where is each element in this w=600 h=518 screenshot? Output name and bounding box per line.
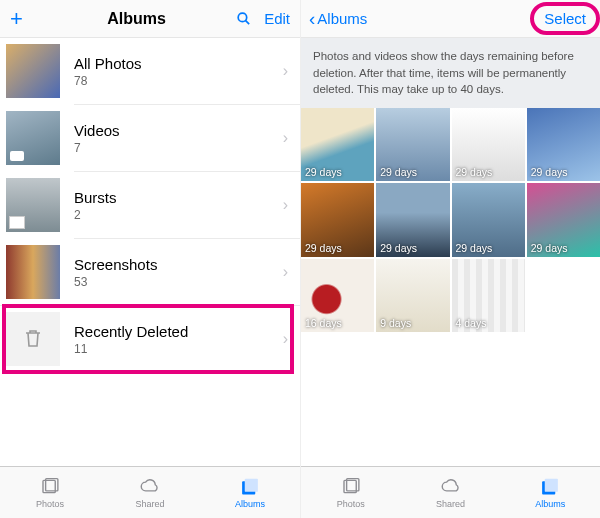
album-recently-deleted[interactable]: Recently Deleted 11 ›	[0, 306, 300, 372]
tab-label: Shared	[135, 499, 164, 509]
photo-cell[interactable]: 29 days	[301, 183, 374, 256]
album-thumb	[6, 245, 60, 299]
days-remaining: 29 days	[531, 242, 568, 254]
tab-label: Albums	[235, 499, 265, 509]
deletion-info: Photos and videos show the days remainin…	[301, 38, 600, 108]
days-remaining: 16 days	[305, 317, 342, 329]
album-name: Videos	[74, 122, 283, 139]
photo-cell[interactable]: 29 days	[376, 108, 449, 181]
tab-albums[interactable]: Albums	[200, 467, 300, 518]
photo-cell[interactable]: 29 days	[376, 183, 449, 256]
tab-bar: Photos Shared Albums	[301, 466, 600, 518]
album-screenshots[interactable]: Screenshots 53 ›	[0, 239, 300, 305]
tab-label: Photos	[337, 499, 365, 509]
tab-bar: Photos Shared Albums	[0, 466, 300, 518]
svg-rect-9	[545, 479, 558, 492]
album-count: 2	[74, 208, 283, 222]
album-all-photos[interactable]: All Photos 78 ›	[0, 38, 300, 104]
days-remaining: 29 days	[456, 166, 493, 178]
svg-rect-5	[245, 479, 258, 492]
svg-line-1	[246, 21, 250, 25]
days-remaining: 29 days	[305, 242, 342, 254]
edit-button[interactable]: Edit	[264, 10, 290, 27]
tab-photos[interactable]: Photos	[0, 467, 100, 518]
photo-cell[interactable]: 4 days	[452, 259, 525, 332]
days-remaining: 29 days	[456, 242, 493, 254]
select-button[interactable]: Select	[538, 8, 592, 29]
chevron-right-icon: ›	[283, 62, 288, 80]
chevron-right-icon: ›	[283, 196, 288, 214]
albums-title: Albums	[38, 10, 235, 28]
albums-screen: + Albums Edit All Photos 78 ›	[0, 0, 300, 518]
days-remaining: 29 days	[531, 166, 568, 178]
detail-header: ‹ Albums Select	[301, 0, 600, 38]
album-thumb	[6, 44, 60, 98]
album-name: Bursts	[74, 189, 283, 206]
albums-list: All Photos 78 › Videos 7 › Bursts 2	[0, 38, 300, 466]
album-thumb	[6, 312, 60, 366]
back-button[interactable]: ‹ Albums	[309, 9, 367, 28]
album-name: Screenshots	[74, 256, 283, 273]
album-bursts[interactable]: Bursts 2 ›	[0, 172, 300, 238]
add-album-button[interactable]: +	[10, 6, 38, 32]
album-videos[interactable]: Videos 7 ›	[0, 105, 300, 171]
days-remaining: 29 days	[305, 166, 342, 178]
svg-point-0	[238, 13, 247, 22]
photo-cell[interactable]: 9 days	[376, 259, 449, 332]
album-count: 7	[74, 141, 283, 155]
trash-icon	[21, 326, 45, 353]
album-thumb	[6, 111, 60, 165]
photo-cell[interactable]: 29 days	[301, 108, 374, 181]
chevron-right-icon: ›	[283, 330, 288, 348]
photo-cell[interactable]: 29 days	[527, 183, 600, 256]
album-count: 53	[74, 275, 283, 289]
days-remaining: 29 days	[380, 166, 417, 178]
album-count: 11	[74, 342, 283, 356]
tab-label: Albums	[535, 499, 565, 509]
recently-deleted-screen: ‹ Albums Select Photos and videos show t…	[300, 0, 600, 518]
photo-cell[interactable]: 16 days	[301, 259, 374, 332]
album-count: 78	[74, 74, 283, 88]
albums-header: + Albums Edit	[0, 0, 300, 38]
photo-cell[interactable]: 29 days	[452, 108, 525, 181]
tab-label: Photos	[36, 499, 64, 509]
back-label: Albums	[317, 10, 367, 27]
album-name: All Photos	[74, 55, 283, 72]
tab-shared[interactable]: Shared	[401, 467, 501, 518]
chevron-left-icon: ‹	[309, 9, 315, 28]
tab-albums[interactable]: Albums	[500, 467, 600, 518]
chevron-right-icon: ›	[283, 263, 288, 281]
tab-label: Shared	[436, 499, 465, 509]
tab-shared[interactable]: Shared	[100, 467, 200, 518]
photo-grid: 29 days 29 days 29 days 29 days 29 days …	[301, 108, 600, 332]
chevron-right-icon: ›	[283, 129, 288, 147]
days-remaining: 9 days	[380, 317, 411, 329]
search-icon[interactable]	[235, 10, 252, 27]
days-remaining: 4 days	[456, 317, 487, 329]
album-name: Recently Deleted	[74, 323, 283, 340]
days-remaining: 29 days	[380, 242, 417, 254]
photo-cell[interactable]: 29 days	[452, 183, 525, 256]
tab-photos[interactable]: Photos	[301, 467, 401, 518]
album-thumb	[6, 178, 60, 232]
photo-cell[interactable]: 29 days	[527, 108, 600, 181]
